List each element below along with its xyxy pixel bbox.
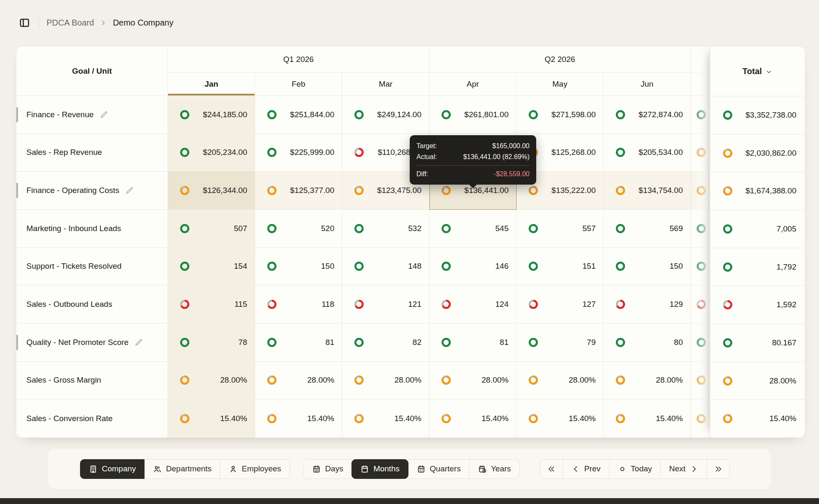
metric-cell[interactable]: 28.00% xyxy=(429,362,517,400)
granularity-quarters-button[interactable]: Quarters xyxy=(408,459,470,479)
goal-row-label[interactable]: Finance - Revenue xyxy=(16,96,168,134)
nav-first-button[interactable] xyxy=(540,459,563,479)
metric-cell[interactable]: 148 xyxy=(342,248,429,286)
metric-cell[interactable]: 146 xyxy=(429,248,517,286)
month-header-may[interactable]: May xyxy=(517,72,604,96)
tooltip-actual-label: Actual: xyxy=(416,152,437,162)
total-cell[interactable]: $1,674,388.00 xyxy=(710,172,805,210)
metric-cell[interactable]: 124 xyxy=(429,285,517,324)
goal-row-label[interactable]: Quality - Net Promoter Score xyxy=(16,324,168,362)
metric-cell[interactable]: 121 xyxy=(342,285,429,324)
month-header-apr[interactable]: Apr xyxy=(429,72,517,96)
nav-today-button[interactable]: Today xyxy=(609,459,661,479)
month-header-mar[interactable]: Mar xyxy=(342,72,429,96)
metric-cell[interactable]: 28.00% xyxy=(342,362,429,400)
metric-cell[interactable]: $251,844.00 xyxy=(255,96,342,134)
metric-cell[interactable]: 154 xyxy=(168,248,255,286)
status-ring-icon xyxy=(267,375,277,385)
metric-cell[interactable]: $261,801.00 xyxy=(429,96,517,134)
total-cell[interactable]: $2,030,862.00 xyxy=(710,134,805,172)
breadcrumb-section[interactable]: PDCA Board xyxy=(47,18,94,28)
metric-cell[interactable]: 28.00% xyxy=(168,362,255,400)
month-header-jan[interactable]: Jan xyxy=(168,72,255,96)
metric-cell[interactable]: 28.00% xyxy=(255,362,342,400)
metric-cell[interactable]: 28.00% xyxy=(604,362,691,400)
metric-cell[interactable]: 557 xyxy=(517,210,604,248)
metric-cell[interactable]: $205,534.00 xyxy=(604,134,691,172)
goal-row-label[interactable]: Support - Tickets Resolved xyxy=(16,248,168,286)
scope-company-button[interactable]: Company xyxy=(80,459,145,479)
metric-cell[interactable]: 81 xyxy=(255,324,342,362)
granularity-years-button[interactable]: Years xyxy=(469,459,520,479)
metric-cell[interactable]: $271,598.00 xyxy=(517,96,604,134)
metric-cell[interactable]: 151 xyxy=(517,248,604,286)
metric-cell[interactable]: 150 xyxy=(604,248,691,286)
total-cell[interactable]: 7,005 xyxy=(710,210,805,248)
scope-employees-button[interactable]: Employees xyxy=(220,459,290,479)
metric-cell[interactable]: 15.40% xyxy=(342,399,429,437)
status-ring-icon xyxy=(267,224,277,234)
granularity-months-button[interactable]: Months xyxy=(351,459,408,479)
total-cell[interactable]: 1,592 xyxy=(710,286,805,324)
metric-cell[interactable]: 79 xyxy=(517,324,604,362)
metric-cell[interactable]: $134,754.00 xyxy=(604,172,691,210)
metric-cell[interactable]: 81 xyxy=(429,324,517,362)
metric-cell[interactable]: 28.00% xyxy=(517,362,604,400)
metric-cell[interactable]: $249,124.00 xyxy=(342,96,429,134)
goal-row-label[interactable]: Sales - Gross Margin xyxy=(16,362,168,400)
metric-cell[interactable]: 82 xyxy=(342,324,429,362)
month-header-feb[interactable]: Feb xyxy=(255,72,342,96)
metric-cell[interactable]: 80 xyxy=(604,324,691,362)
metric-cell[interactable]: $244,185.00 xyxy=(168,96,255,134)
metric-cell[interactable]: $205,234.00 xyxy=(168,134,255,172)
metric-cell[interactable]: 545 xyxy=(429,210,517,248)
metric-cell[interactable]: $225,999.00 xyxy=(255,134,342,172)
metric-cell[interactable]: 15.40% xyxy=(255,399,342,437)
metric-cell[interactable]: $125,377.00 xyxy=(255,172,342,210)
nav-last-button[interactable] xyxy=(707,459,730,479)
total-cell[interactable]: 28.00% xyxy=(710,362,805,400)
sidebar-toggle-button[interactable] xyxy=(18,16,31,29)
edit-pencil-icon[interactable] xyxy=(134,338,143,347)
metric-cell[interactable]: 507 xyxy=(168,210,255,248)
goal-row-label[interactable]: Sales - Rep Revenue xyxy=(16,134,168,172)
scope-departments-button[interactable]: Departments xyxy=(144,459,220,479)
metric-cell[interactable]: 532 xyxy=(342,210,429,248)
metric-cell[interactable]: 15.40% xyxy=(517,399,604,437)
total-cell[interactable]: 1,792 xyxy=(710,248,805,286)
metric-cell[interactable]: 115 xyxy=(168,285,255,324)
metric-cell[interactable]: 569 xyxy=(604,210,691,248)
breadcrumb-current[interactable]: Demo Company xyxy=(113,18,173,28)
metric-cell[interactable]: 15.40% xyxy=(429,399,517,437)
metric-cell[interactable]: 127 xyxy=(517,285,604,324)
status-ring-icon xyxy=(723,186,733,196)
month-header-jun[interactable]: Jun xyxy=(604,72,691,96)
overflow-month-header xyxy=(691,72,710,96)
status-ring-icon xyxy=(180,299,190,309)
edit-pencil-icon[interactable] xyxy=(125,186,134,195)
total-cell[interactable]: $3,352,738.00 xyxy=(710,96,805,134)
total-cell[interactable]: 80.167 xyxy=(710,324,805,362)
metric-cell[interactable]: 118 xyxy=(255,285,342,324)
goal-row-label[interactable]: Sales - Conversion Rate xyxy=(16,399,168,437)
metric-cell[interactable]: 15.40% xyxy=(168,399,255,437)
metric-cell[interactable]: $272,874.00 xyxy=(604,96,691,134)
granularity-days-button[interactable]: Days xyxy=(303,459,352,479)
metric-cell[interactable]: 129 xyxy=(604,285,691,324)
goal-row-label[interactable]: Marketing - Inbound Leads xyxy=(16,210,168,248)
nav-next-button[interactable]: Next xyxy=(660,459,707,479)
metric-cell[interactable]: 520 xyxy=(255,210,342,248)
people-icon xyxy=(153,465,162,473)
metric-cell[interactable]: 78 xyxy=(168,324,255,362)
total-cell[interactable]: 15.40% xyxy=(710,400,805,437)
nav-prev-button[interactable]: Prev xyxy=(563,459,610,479)
edit-pencil-icon[interactable] xyxy=(100,111,108,119)
tooltip-target-value: $165,000.00 xyxy=(492,141,530,152)
metric-cell[interactable]: 150 xyxy=(255,248,342,286)
goal-row-label[interactable]: Finance - Operating Costs xyxy=(16,172,168,210)
metric-cell[interactable]: 15.40% xyxy=(604,399,691,437)
goal-row-label[interactable]: Sales - Outbound Leads xyxy=(16,285,168,324)
total-header[interactable]: Total xyxy=(710,46,805,96)
metric-cell[interactable]: $126,344.00 xyxy=(168,172,255,210)
status-ring-icon xyxy=(354,337,364,347)
